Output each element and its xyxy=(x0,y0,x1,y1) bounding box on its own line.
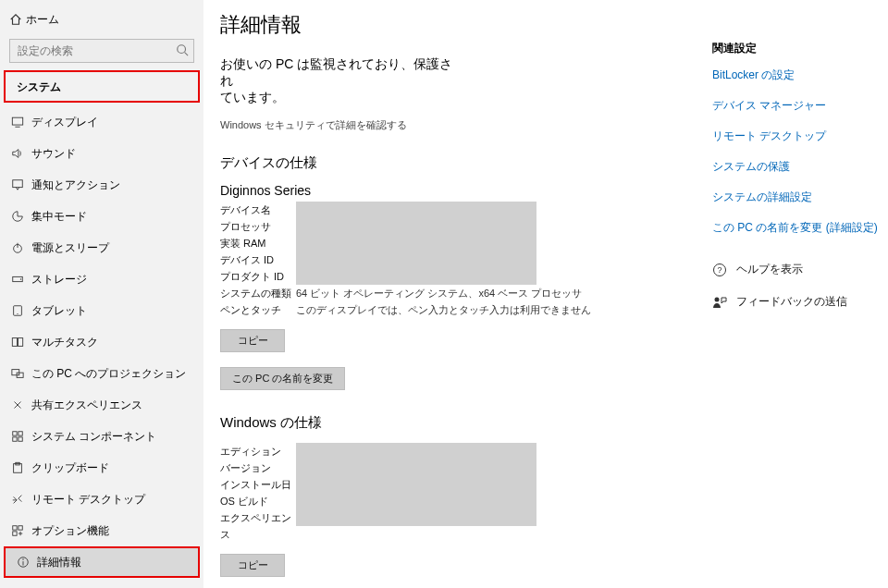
related-device-manager[interactable]: デバイス マネージャー xyxy=(712,98,879,114)
remote-icon xyxy=(11,493,31,506)
svg-rect-18 xyxy=(18,437,22,441)
device-name: Diginnos Series xyxy=(220,183,694,198)
svg-point-8 xyxy=(20,278,21,279)
spec-value: このディスプレイでは、ペン入力とタッチ入力は利用できません xyxy=(296,301,591,318)
spec-label: デバイス名 xyxy=(220,202,296,218)
search-input[interactable] xyxy=(9,39,194,63)
info-icon xyxy=(17,556,37,569)
nav-item-multitask[interactable]: マルチタスク xyxy=(0,326,204,358)
feedback-link[interactable]: フィードバックの送信 xyxy=(712,294,879,310)
spec-label: ペンとタッチ xyxy=(220,301,296,318)
focus-icon xyxy=(11,210,31,223)
svg-rect-17 xyxy=(13,437,17,441)
nav-home-label: ホーム xyxy=(26,12,59,28)
sound-icon xyxy=(11,147,31,160)
nav-item-label: システム コンポーネント xyxy=(31,429,156,445)
related-bitlocker[interactable]: BitLocker の設定 xyxy=(712,67,879,83)
svg-rect-11 xyxy=(12,338,17,347)
nav-item-notify[interactable]: 通知とアクション xyxy=(0,169,204,201)
spec-value: 64 ビット オペレーティング システム、x64 ベース プロセッサ xyxy=(296,285,582,301)
related-system-protection[interactable]: システムの保護 xyxy=(712,159,879,175)
multitask-icon xyxy=(11,336,31,349)
nav-item-focus[interactable]: 集中モード xyxy=(0,201,204,232)
related-title: 関連設定 xyxy=(712,41,879,56)
svg-rect-22 xyxy=(18,526,22,530)
related-rename-advanced[interactable]: この PC の名前を変更 (詳細設定) xyxy=(712,220,879,236)
windows-spec-table: エディション バージョン インストール日 OS ビルド エクスペリエンス xyxy=(220,443,694,543)
nav-item-clipboard[interactable]: クリップボード xyxy=(0,452,204,484)
windows-spec-title: Windows の仕様 xyxy=(220,414,694,432)
windows-security-link[interactable]: Windows セキュリティで詳細を確認する xyxy=(220,118,694,132)
content: 詳細情報 お使いの PC は監視されており、保護され ています。 Windows… xyxy=(220,11,694,588)
nav-item-label: ディスプレイ xyxy=(31,115,98,130)
nav-item-label: タブレット xyxy=(31,303,87,319)
nav-item-remote[interactable]: リモート デスクトップ xyxy=(0,484,204,515)
svg-rect-21 xyxy=(13,526,17,530)
svg-rect-16 xyxy=(18,432,22,435)
spec-label: バージョン xyxy=(220,459,296,476)
nav-item-label: 共有エクスペリエンス xyxy=(31,398,142,413)
nav-item-project[interactable]: この PC へのプロジェクション xyxy=(0,358,204,389)
nav-item-about[interactable]: 詳細情報 xyxy=(4,546,200,578)
app-root: ホーム システム ディスプレイ サウンド xyxy=(0,0,888,588)
svg-point-29 xyxy=(715,297,720,301)
nav-item-sound[interactable]: サウンド xyxy=(0,138,204,169)
spec-label: 実装 RAM xyxy=(220,235,296,251)
protection-line1: お使いの PC は監視されており、保護され xyxy=(220,56,452,88)
nav-item-optional[interactable]: オプション機能 xyxy=(0,515,204,546)
help-icon: ? xyxy=(712,263,727,277)
copy-windows-button[interactable]: コピー xyxy=(220,554,285,577)
spec-label: エクスペリエンス xyxy=(220,509,296,543)
spec-label: システムの種類 xyxy=(220,285,296,301)
component-icon xyxy=(11,430,31,443)
nav-item-label: 通知とアクション xyxy=(31,178,120,193)
related-remote-desktop[interactable]: リモート デスクトップ xyxy=(712,129,879,144)
protection-line2: ています。 xyxy=(220,90,285,104)
sidebar: ホーム システム ディスプレイ サウンド xyxy=(0,0,204,588)
nav-list: ディスプレイ サウンド 通知とアクション 集中モード xyxy=(0,106,204,578)
feedback-icon xyxy=(712,295,727,310)
nav-item-label: クリップボード xyxy=(31,460,109,476)
nav-item-display[interactable]: ディスプレイ xyxy=(0,106,204,138)
spec-label: プロダクト ID xyxy=(220,268,296,285)
nav-item-storage[interactable]: ストレージ xyxy=(0,263,204,295)
spec-label: デバイス ID xyxy=(220,251,296,268)
spec-label: エディション xyxy=(220,443,296,459)
nav-item-label: マルチタスク xyxy=(31,335,98,350)
project-icon xyxy=(11,367,31,380)
home-icon xyxy=(9,13,26,26)
nav-item-share[interactable]: 共有エクスペリエンス xyxy=(0,389,204,421)
nav-item-label: 詳細情報 xyxy=(37,555,81,570)
storage-icon xyxy=(11,273,31,286)
device-spec-table: デバイス名 プロセッサ 実装 RAM デバイス ID プロダクト ID xyxy=(220,202,694,285)
spec-label: OS ビルド xyxy=(220,493,296,509)
related-advanced-system[interactable]: システムの詳細設定 xyxy=(712,190,879,205)
svg-rect-15 xyxy=(13,432,17,435)
related-settings: 関連設定 BitLocker の設定 デバイス マネージャー リモート デスクト… xyxy=(694,11,879,588)
clipboard-icon xyxy=(11,461,31,474)
nav-item-component[interactable]: システム コンポーネント xyxy=(0,421,204,452)
svg-rect-2 xyxy=(12,117,22,125)
help-label: ヘルプを表示 xyxy=(736,262,803,277)
protection-status: お使いの PC は監視されており、保護され ています。 xyxy=(220,55,461,105)
svg-point-26 xyxy=(22,558,23,559)
nav-home[interactable]: ホーム xyxy=(0,6,204,33)
device-spec-title: デバイスの仕様 xyxy=(220,154,694,172)
nav-item-label: リモート デスクトップ xyxy=(31,492,145,508)
nav-item-power[interactable]: 電源とスリープ xyxy=(0,232,204,263)
rename-pc-button[interactable]: この PC の名前を変更 xyxy=(220,367,345,390)
device-spec-table-2: システムの種類64 ビット オペレーティング システム、x64 ベース プロセッ… xyxy=(220,285,694,318)
svg-rect-23 xyxy=(13,532,17,535)
display-icon xyxy=(11,116,31,129)
optional-icon xyxy=(11,524,31,537)
copy-device-button[interactable]: コピー xyxy=(220,329,285,352)
nav-section-system: システム xyxy=(4,70,200,103)
nav-item-label: 電源とスリープ xyxy=(31,240,109,256)
search-wrap xyxy=(9,39,194,63)
page-title: 詳細情報 xyxy=(220,11,694,39)
nav-item-tablet[interactable]: タブレット xyxy=(0,295,204,326)
svg-rect-4 xyxy=(13,180,23,188)
spec-label: インストール日 xyxy=(220,476,296,493)
help-link[interactable]: ? ヘルプを表示 xyxy=(712,262,879,277)
nav-item-label: ストレージ xyxy=(31,272,87,288)
